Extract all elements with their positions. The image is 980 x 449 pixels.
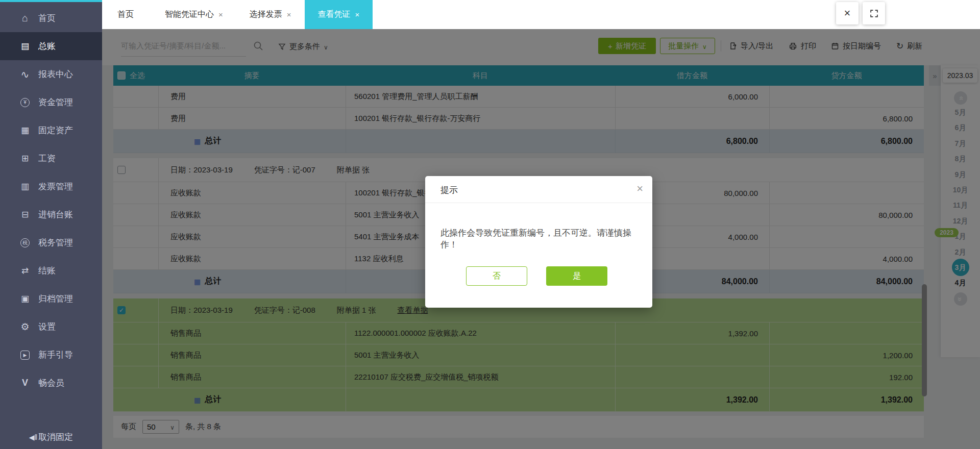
sidebar-item-label: 设置 [38, 321, 56, 333]
sidebar-item-icon [18, 265, 32, 276]
dialog-title: 提示 [440, 184, 458, 196]
tab-label: 首页 [117, 9, 134, 20]
sidebar-item[interactable]: 进销台账 [0, 201, 102, 229]
sidebar-item[interactable]: 工资 [0, 144, 102, 172]
sidebar-item-icon [20, 98, 30, 107]
dialog-no-button[interactable]: 否 [466, 266, 527, 286]
sidebar-item-label: 固定资产 [38, 124, 73, 136]
sidebar-item[interactable]: 报表中心 [0, 60, 102, 88]
sidebar-item-label: 畅会员 [38, 377, 64, 389]
sidebar-item[interactable]: 首页 [0, 4, 102, 32]
sidebar-item[interactable]: 结账 [0, 257, 102, 285]
unpin-sidebar-button[interactable]: ◀‖取消固定 [0, 431, 102, 443]
sidebar-item-label: 新手引导 [38, 349, 73, 361]
tab-label: 选择发票 [250, 9, 282, 20]
dialog-message: 此操作会导致凭证重新编号，且不可逆。请谨慎操作！ [440, 227, 640, 251]
dialog-close-icon[interactable]: × [636, 182, 643, 195]
sidebar-item-icon [18, 378, 32, 388]
app-window: 首页 总账 报表中心 资金管理 [0, 0, 980, 449]
tab-close-icon[interactable]: × [287, 10, 291, 19]
sidebar-item[interactable]: 畅会员 [0, 369, 102, 397]
sidebar-item-icon [18, 125, 32, 136]
tab-label: 查看凭证 [318, 9, 351, 20]
dialog-yes-button[interactable]: 是 [546, 266, 607, 286]
sidebar-item-icon [18, 68, 32, 81]
tab[interactable]: 选择发票 × [236, 0, 305, 29]
sidebar-item[interactable]: 归档管理 [0, 285, 102, 313]
sidebar-item-icon [18, 209, 32, 220]
unpin-label: 取消固定 [38, 432, 73, 442]
window-fullscreen-button[interactable] [863, 2, 885, 24]
sidebar-item-icon [18, 293, 32, 304]
tab[interactable]: 首页 [104, 0, 152, 29]
sidebar: 首页 总账 报表中心 资金管理 [0, 0, 102, 449]
sidebar-item-label: 结账 [38, 265, 56, 277]
tab-close-icon[interactable]: × [355, 10, 360, 19]
sidebar-item-label: 首页 [38, 12, 56, 24]
sidebar-item-icon [20, 351, 30, 360]
sidebar-item-label: 报表中心 [38, 68, 73, 80]
sidebar-item[interactable]: 发票管理 [0, 172, 102, 201]
sidebar-item-icon [18, 321, 32, 333]
sidebar-item[interactable]: 设置 [0, 313, 102, 341]
sidebar-nav: 首页 总账 报表中心 资金管理 [0, 4, 102, 397]
sidebar-item-icon [18, 181, 32, 192]
sidebar-item-label: 税务管理 [38, 237, 73, 248]
sidebar-accent-strip [0, 0, 102, 2]
sidebar-item[interactable]: 新手引导 [0, 341, 102, 369]
window-close-button[interactable]: × [836, 2, 859, 24]
close-icon: × [844, 7, 851, 20]
sidebar-item-icon [18, 41, 32, 52]
sidebar-item[interactable]: 固定资产 [0, 116, 102, 144]
sidebar-item-label: 归档管理 [38, 293, 73, 305]
sidebar-item-label: 资金管理 [38, 96, 73, 108]
tab[interactable]: 智能凭证中心 × [152, 0, 236, 29]
main-content: 更多条件 + 新增凭证 批量操作 导入/导出 打印 按日期编号 ↻ 刷新 [102, 29, 980, 449]
sidebar-item[interactable]: 资金管理 [0, 88, 102, 116]
unpin-icon: ◀‖ [29, 433, 38, 441]
tab[interactable]: 查看凭证 × [305, 0, 373, 29]
sidebar-item[interactable]: 总账 [0, 32, 102, 60]
confirm-dialog: 提示 × 此操作会导致凭证重新编号，且不可逆。请谨慎操作！ 否 是 [425, 176, 652, 308]
tab-close-icon[interactable]: × [218, 10, 223, 19]
sidebar-item-icon [20, 238, 30, 247]
sidebar-item-label: 工资 [38, 153, 56, 164]
sidebar-item[interactable]: 税务管理 [0, 229, 102, 257]
tab-label: 智能凭证中心 [165, 9, 214, 20]
sidebar-item-icon [18, 153, 32, 164]
sidebar-item-icon [18, 12, 32, 24]
dialog-divider [425, 203, 652, 203]
sidebar-item-label: 进销台账 [38, 209, 73, 220]
fullscreen-icon [870, 9, 878, 18]
sidebar-item-label: 发票管理 [38, 181, 73, 192]
sidebar-item-label: 总账 [38, 40, 56, 52]
